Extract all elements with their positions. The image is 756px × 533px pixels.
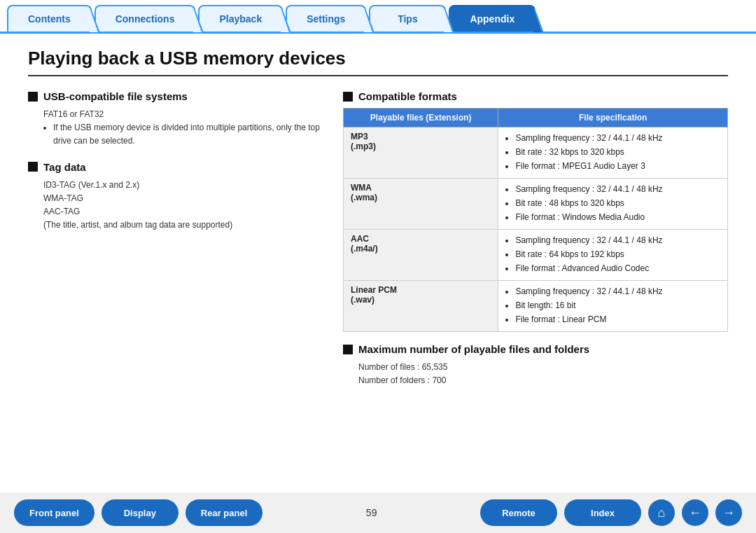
back-button[interactable]: ← — [682, 499, 708, 526]
format-pcm: Linear PCM(.wav) — [344, 281, 498, 332]
specs-pcm: Sampling frequency : 32 / 44.1 / 48 kHz … — [498, 281, 728, 332]
format-aac: AAC(.m4a/) — [344, 230, 498, 281]
usb-fat-text: FAT16 or FAT32 — [43, 108, 322, 121]
tag-square-icon — [28, 162, 38, 172]
forward-button[interactable]: → — [715, 499, 742, 526]
top-navigation: Contents Connections Playback Settings T… — [0, 0, 756, 34]
front-panel-button[interactable]: Front panel — [14, 499, 94, 526]
tag-section-body: ID3-TAG (Ver.1.x and 2.x) WMA-TAG AAC-TA… — [43, 179, 322, 233]
home-button[interactable]: ⌂ — [648, 499, 675, 526]
table-row-wma: WMA(.wma) Sampling frequency : 32 / 44.1… — [344, 179, 728, 230]
tab-playback[interactable]: Playback — [198, 5, 283, 32]
compat-heading-label: Compatible formats — [358, 90, 457, 102]
table-row-aac: AAC(.m4a/) Sampling frequency : 32 / 44.… — [344, 230, 728, 281]
tag-section-heading: Tag data — [28, 161, 322, 173]
compat-square-icon — [343, 92, 353, 102]
specs-wma: Sampling frequency : 32 / 44.1 / 48 kHz … — [498, 179, 728, 230]
rear-panel-button[interactable]: Rear panel — [186, 499, 262, 526]
specs-mp3: Sampling frequency : 32 / 44.1 / 48 kHz … — [498, 127, 728, 179]
tag-line-1: WMA-TAG — [43, 192, 322, 205]
display-button[interactable]: Display — [102, 499, 178, 526]
remote-button[interactable]: Remote — [480, 499, 557, 526]
tag-line-0: ID3-TAG (Ver.1.x and 2.x) — [43, 179, 322, 192]
tab-settings[interactable]: Settings — [286, 5, 366, 32]
compat-table: Playable files (Extension) File specific… — [343, 108, 728, 332]
max-section-body: Number of files : 65,535 Number of folde… — [358, 361, 728, 387]
specs-aac: Sampling frequency : 32 / 44.1 / 48 kHz … — [498, 230, 728, 281]
table-header-col2: File specification — [498, 109, 728, 127]
tag-line-2: AAC-TAG — [43, 205, 322, 219]
tag-heading-label: Tag data — [43, 161, 86, 173]
max-square-icon — [343, 345, 353, 354]
table-header-col1: Playable files (Extension) — [344, 109, 498, 127]
usb-partition-note: If the USB memory device is divided into… — [53, 121, 322, 148]
usb-heading-label: USB-compatible file systems — [43, 90, 188, 102]
page-title: Playing back a USB memory devices — [28, 48, 728, 76]
tab-contents[interactable]: Contents — [7, 5, 92, 32]
usb-section-heading: USB-compatible file systems — [28, 90, 322, 102]
main-content: Playing back a USB memory devices USB-co… — [0, 34, 756, 407]
max-section: Maximum number of playable files and fol… — [343, 343, 728, 387]
usb-square-icon — [28, 92, 38, 102]
max-files: Number of files : 65,535 — [358, 361, 728, 374]
max-section-heading: Maximum number of playable files and fol… — [343, 343, 728, 355]
tag-line-3: (The title, artist, and album tag data a… — [43, 219, 322, 232]
bottom-navigation: Front panel Display Rear panel 59 Remote… — [0, 492, 756, 533]
table-row-pcm: Linear PCM(.wav) Sampling frequency : 32… — [344, 281, 728, 332]
tab-tips[interactable]: Tips — [369, 5, 446, 32]
max-heading-label: Maximum number of playable files and fol… — [358, 343, 589, 355]
table-row-mp3: MP3(.mp3) Sampling frequency : 32 / 44.1… — [344, 127, 728, 179]
format-wma: WMA(.wma) — [344, 179, 498, 230]
compat-section-heading: Compatible formats — [343, 90, 728, 102]
max-folders: Number of folders : 700 — [358, 374, 728, 387]
format-mp3: MP3(.mp3) — [344, 127, 498, 179]
right-column: Compatible formats Playable files (Exten… — [343, 90, 728, 400]
tab-connections[interactable]: Connections — [94, 5, 196, 32]
left-column: USB-compatible file systems FAT16 or FAT… — [28, 90, 322, 400]
index-button[interactable]: Index — [564, 499, 641, 526]
tab-appendix[interactable]: Appendix — [449, 5, 536, 32]
usb-section-body: FAT16 or FAT32 If the USB memory device … — [43, 108, 322, 148]
page-number: 59 — [270, 507, 473, 518]
